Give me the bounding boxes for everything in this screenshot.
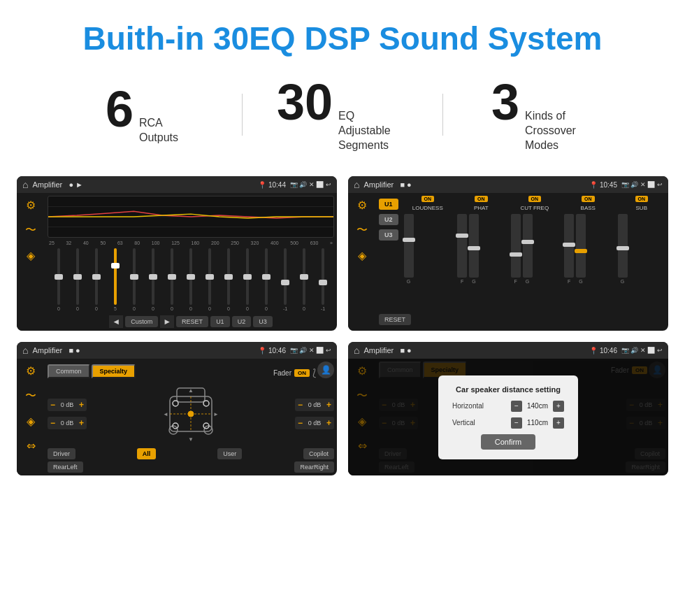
stat-crossover-number: 3 <box>491 77 519 127</box>
eq-controls-row: ◄ Custom ► RESET U1 U2 U3 <box>48 315 334 328</box>
eq-slider-13: -1 <box>277 248 294 311</box>
db-control-rr: − 0 dB + <box>295 417 334 429</box>
screen2-u1-btn[interactable]: U1 <box>379 199 398 210</box>
dialog-horizontal-label: Horizontal <box>452 402 507 410</box>
screen4-status-bar: ⌂ Amplifier ■ ● 📍 10:46 📷 🔊 ✕ ⬜ ↩ <box>348 342 668 359</box>
screen2-speaker-icon[interactable]: ◈ <box>358 249 366 262</box>
screen4-distance: ⌂ Amplifier ■ ● 📍 10:46 📷 🔊 ✕ ⬜ ↩ ⚙ 〜 ◈ … <box>348 342 668 475</box>
screen3-common-tab[interactable]: Common <box>48 364 90 378</box>
screen3-copilot-btn[interactable]: Copilot <box>303 448 334 459</box>
eq-icon[interactable]: ⚙ <box>26 199 36 212</box>
eq-slider-9: 0 <box>201 248 218 311</box>
screen3-main: Common Specialty Fader ON ⟅ 👤 <box>45 359 337 475</box>
db-minus-rl[interactable]: − <box>50 418 55 428</box>
bass-label: BASS <box>581 205 596 211</box>
dialog-title: Car speaker distance setting <box>452 385 564 394</box>
svg-text:▼: ▼ <box>188 436 194 443</box>
db-value-rl: 0 dB <box>57 420 77 427</box>
svg-point-10 <box>173 401 178 406</box>
db-plus-rr[interactable]: + <box>326 418 331 428</box>
loudness-on-badge: ON <box>421 196 435 202</box>
eq-graph <box>48 196 334 238</box>
screen2-wave-icon[interactable]: 〜 <box>356 223 368 238</box>
dialog-vertical-row: Vertical − 110cm + <box>452 417 564 429</box>
screen3-status-bar: ⌂ Amplifier ■ ● 📍 10:46 📷 🔊 ✕ ⬜ ↩ <box>17 342 337 359</box>
screen1-status-icons: 📷 🔊 ✕ ⬜ ↩ <box>290 181 331 188</box>
screen3-home-icon[interactable]: ⌂ <box>22 345 28 356</box>
screen1-side-icons: ⚙ 〜 ◈ <box>17 193 45 331</box>
stat-crossover: 3 Kinds ofCrossover Modes <box>443 77 643 152</box>
screen1-title: Amplifier ● ► <box>32 180 254 189</box>
stats-row: 6 RCAOutputs 30 EQ AdjustableSegments 3 … <box>0 70 685 169</box>
screen4-home-icon[interactable]: ⌂ <box>354 345 359 356</box>
screen4-title: Amplifier ■ ● <box>363 346 585 354</box>
eq-reset-btn[interactable]: RESET <box>176 316 208 327</box>
screen2-time: 📍 10:45 <box>589 181 617 189</box>
screen3-speaker-icon[interactable]: ◈ <box>27 415 35 428</box>
db-control-fl: − 0 dB + <box>48 399 87 411</box>
eq-back-btn[interactable]: ◄ <box>109 315 123 328</box>
eq-slider-4: 5 <box>107 248 124 311</box>
screen3-driver-btn[interactable]: Driver <box>48 448 75 459</box>
dialog-horizontal-row: Horizontal − 140cm + <box>452 401 564 412</box>
eq-slider-2: 0 <box>69 248 86 311</box>
speaker-icon[interactable]: ◈ <box>27 249 35 262</box>
eq-forward-btn[interactable]: ► <box>160 315 174 328</box>
fader-slider-icon[interactable]: ⟅ <box>312 367 316 378</box>
screen1-main: 2532405063 80100125160200 25032040050063… <box>45 193 337 331</box>
page-title: Buith-in 30EQ DSP Sound System <box>0 0 685 70</box>
dialog-confirm-btn[interactable]: Confirm <box>481 434 536 450</box>
db-control-rl: − 0 dB + <box>48 417 87 429</box>
screen2-home-icon[interactable]: ⌂ <box>354 179 359 190</box>
screen1-home-icon[interactable]: ⌂ <box>22 179 28 190</box>
db-minus-rr[interactable]: − <box>298 418 303 428</box>
eq-custom-btn[interactable]: Custom <box>125 316 158 327</box>
screen2-u3-btn[interactable]: U3 <box>379 229 398 241</box>
screen1-time: 📍 10:44 <box>258 181 286 189</box>
eq-slider-12: 0 <box>258 248 275 311</box>
wave-icon[interactable]: 〜 <box>25 223 36 238</box>
stat-eq-number: 30 <box>277 77 333 127</box>
screen1-eq: ⌂ Amplifier ● ► 📍 10:44 📷 🔊 ✕ ⬜ ↩ ⚙ 〜 ◈ <box>17 176 337 331</box>
eq-u2-btn[interactable]: U2 <box>232 316 252 327</box>
stat-rca-number: 6 <box>106 84 134 134</box>
bass-on-badge: ON <box>582 196 595 202</box>
screen2-side-icons: ⚙ 〜 ◈ <box>348 193 376 331</box>
car-diagram-svg: ▲ ▼ ◄ ► <box>156 382 226 445</box>
screen3-eq-icon[interactable]: ⚙ <box>26 364 36 378</box>
eq-u3-btn[interactable]: U3 <box>253 316 273 327</box>
sub-on-badge: ON <box>635 196 649 202</box>
screen3-user-icon[interactable]: 👤 <box>321 365 331 375</box>
db-plus-rl[interactable]: + <box>79 418 84 428</box>
svg-text:▲: ▲ <box>188 387 194 394</box>
screen2-amp: ⌂ Amplifier ■ ● 📍 10:45 📷 🔊 ✕ ⬜ ↩ ⚙ 〜 ◈ … <box>348 176 668 331</box>
db-plus-fl[interactable]: + <box>79 400 84 410</box>
dialog-vertical-plus[interactable]: + <box>553 417 564 429</box>
dialog-vertical-value: 110cm <box>525 419 550 427</box>
dialog-vertical-minus[interactable]: − <box>511 417 522 429</box>
screen2-u2-btn[interactable]: U2 <box>379 214 398 225</box>
dialog-horizontal-plus[interactable]: + <box>553 401 564 412</box>
stat-eq: 30 EQ AdjustableSegments <box>243 77 442 152</box>
screen2-eq-icon[interactable]: ⚙ <box>357 199 367 212</box>
screen3-specialty-tab[interactable]: Specialty <box>92 364 136 378</box>
screen2-reset-btn[interactable]: RESET <box>379 314 411 325</box>
dialog-horizontal-minus[interactable]: − <box>511 401 522 412</box>
screen3-user-btn[interactable]: User <box>217 448 242 459</box>
screen3-all-btn[interactable]: All <box>137 448 157 459</box>
screen3-side-icons: ⚙ 〜 ◈ ⇔ <box>17 359 45 475</box>
stat-crossover-label: Kinds ofCrossover Modes <box>525 109 595 152</box>
screen3-arrows-icon[interactable]: ⇔ <box>27 439 36 452</box>
screen1-status-bar: ⌂ Amplifier ● ► 📍 10:44 📷 🔊 ✕ ⬜ ↩ <box>17 176 337 193</box>
db-minus-fl[interactable]: − <box>50 400 55 410</box>
screen3-rearleft-btn[interactable]: RearLeft <box>48 461 83 473</box>
screen3-status-icons: 📷 🔊 ✕ ⬜ ↩ <box>290 347 331 354</box>
screen3-rearright-btn[interactable]: RearRight <box>294 461 334 473</box>
db-minus-fr[interactable]: − <box>298 400 303 410</box>
eq-u1-btn[interactable]: U1 <box>210 316 230 327</box>
screen2-main: U1 U2 U3 ON LOUDNESS ON <box>376 193 668 331</box>
screen2-status-bar: ⌂ Amplifier ■ ● 📍 10:45 📷 🔊 ✕ ⬜ ↩ <box>348 176 668 193</box>
screen3-wave-icon[interactable]: 〜 <box>25 389 36 403</box>
db-plus-fr[interactable]: + <box>326 400 331 410</box>
sub-label: SUB <box>636 205 647 211</box>
